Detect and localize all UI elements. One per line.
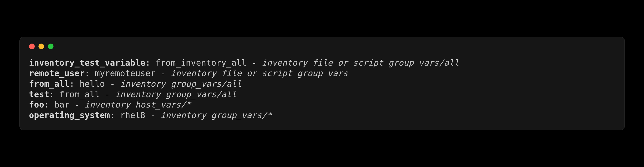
colon: : <box>110 110 115 120</box>
dash: - <box>156 68 171 78</box>
var-comment: inventory file or script group vars <box>171 68 348 78</box>
var-key: remote_user <box>29 68 85 78</box>
var-value: from_all <box>59 89 100 99</box>
minimize-icon[interactable] <box>38 44 44 49</box>
terminal-content: inventory_test_variable: from_inventory_… <box>29 58 615 120</box>
colon: : <box>85 68 90 78</box>
output-line: from_all: hello - inventory group_vars/a… <box>29 79 615 89</box>
colon: : <box>70 79 74 89</box>
var-key: from_all <box>29 79 70 89</box>
var-value: hello <box>80 79 105 89</box>
colon: : <box>146 58 150 67</box>
var-value: from_inventory_all <box>156 58 246 67</box>
dash: - <box>100 89 115 99</box>
dash: - <box>105 79 120 89</box>
var-key: inventory_test_variable <box>29 58 146 67</box>
var-value: rhel8 <box>120 110 146 120</box>
var-value: myremoteuser <box>95 68 156 78</box>
var-comment: inventory group_vars/* <box>160 110 272 120</box>
var-comment: inventory group_vars/all <box>120 79 242 89</box>
output-line: operating_system: rhel8 - inventory grou… <box>29 110 615 121</box>
var-comment: inventory host_vars/* <box>85 100 191 109</box>
colon: : <box>49 89 54 99</box>
maximize-icon[interactable] <box>48 44 54 49</box>
var-key: operating_system <box>29 110 110 120</box>
var-value: bar <box>54 100 70 109</box>
output-line: inventory_test_variable: from_inventory_… <box>29 58 615 68</box>
colon: : <box>44 100 49 109</box>
dash: - <box>246 58 262 67</box>
close-icon[interactable] <box>29 44 35 49</box>
window-titlebar <box>29 44 615 49</box>
var-comment: inventory group_vars/all <box>115 89 236 99</box>
dash: - <box>70 100 85 109</box>
dash: - <box>146 110 161 120</box>
var-comment: inventory file or script group vars/all <box>262 58 459 67</box>
output-line: foo: bar - inventory host_vars/* <box>29 100 615 110</box>
var-key: foo <box>29 100 44 109</box>
var-key: test <box>29 89 49 99</box>
terminal-window: inventory_test_variable: from_inventory_… <box>20 37 625 130</box>
output-line: remote_user: myremoteuser - inventory fi… <box>29 68 615 79</box>
output-line: test: from_all - inventory group_vars/al… <box>29 89 615 100</box>
